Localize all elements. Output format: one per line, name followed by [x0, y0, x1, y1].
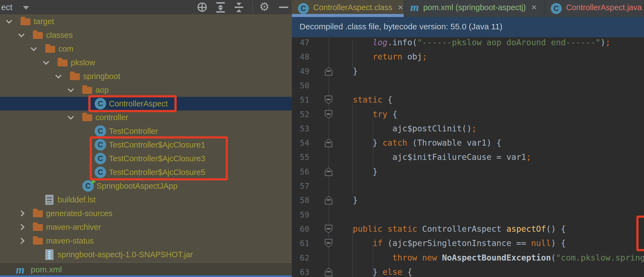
code-line-58[interactable]: }	[333, 193, 358, 207]
maven-icon: m	[410, 2, 419, 13]
tree-item-SpringbootAspectJApp[interactable]: CSpringbootAspectJApp	[0, 179, 292, 193]
close-icon[interactable]: ×	[398, 2, 403, 13]
tab-label: pom.xml (springboot-aspectj)	[423, 3, 526, 12]
code-line-47[interactable]: log.info("------pkslow aop doAround end-…	[333, 37, 610, 50]
folder-icon	[33, 210, 43, 217]
tree-item-maven-archiver[interactable]: maven-archiver	[0, 220, 292, 234]
fold-marker-icon[interactable]	[325, 110, 332, 119]
editor-tab-ControllerAspect-class[interactable]: CControllerAspect.class×	[292, 0, 404, 17]
code-line-61[interactable]: if (ajc$perSingletonInstance == null) {	[333, 236, 566, 250]
highlight-box-aspectof	[636, 216, 644, 251]
tab-label: ControllerAspect.class	[313, 3, 392, 12]
tree-item-maven-status[interactable]: maven-status	[0, 234, 292, 248]
tree-item-springboot-aspectj-1-0-SNAPSHOT-jar[interactable]: springboot-aspectj-1.0-SNAPSHOT.jar	[0, 248, 292, 261]
tree-item-controller[interactable]: controller	[0, 111, 292, 124]
line-number: 62	[292, 251, 309, 265]
hide-panel-icon[interactable]	[278, 2, 289, 13]
fold-marker-icon[interactable]	[325, 138, 332, 147]
code-line-53[interactable]: ajc$postClinit();	[333, 121, 477, 136]
tree-item-classes[interactable]: classes	[0, 28, 292, 42]
chevron-down-icon[interactable]	[6, 18, 12, 24]
chevron-right-icon[interactable]	[18, 238, 25, 244]
line-number: 55	[292, 150, 309, 164]
project-toolbar: ect ⚙	[0, 0, 292, 14]
folder-icon	[45, 46, 55, 53]
fold-marker-icon[interactable]	[325, 95, 332, 104]
fold-marker-icon[interactable]	[325, 239, 332, 248]
code-line-55[interactable]: ajc$initFailureCause = var1;	[333, 150, 531, 164]
folder-icon	[33, 32, 43, 39]
tree-item-label: target	[34, 15, 54, 28]
tree-item-pkslow[interactable]: pkslow	[0, 56, 292, 69]
chevron-down-icon[interactable]	[43, 59, 49, 65]
tree-item-com[interactable]: com	[0, 42, 292, 56]
tree-item-generated-sources[interactable]: generated-sources	[0, 207, 292, 220]
tree-item-label: aop	[95, 83, 109, 97]
chevron-right-icon[interactable]	[18, 210, 25, 217]
code-line-63[interactable]: } else {	[333, 265, 412, 277]
tree-item-label: com	[58, 42, 74, 56]
tree-item-label: springboot-aspectj-1.0-SNAPSHOT.jar	[58, 248, 193, 261]
bottom-file-label: pom.xml	[31, 265, 62, 274]
chevron-down-icon[interactable]	[23, 6, 29, 10]
code-line-51[interactable]: static {	[333, 93, 392, 107]
settings-icon[interactable]: ⚙	[259, 1, 270, 11]
code-line-62[interactable]: throw new NoAspectBoundException("com.pk…	[333, 251, 644, 265]
code-line-52[interactable]: try {	[333, 107, 397, 121]
chevron-down-icon[interactable]	[31, 45, 37, 51]
close-icon[interactable]: ×	[531, 2, 537, 13]
fold-marker-icon[interactable]	[325, 268, 332, 276]
line-number: 53	[292, 121, 309, 136]
code-line-49[interactable]: }	[333, 64, 358, 78]
code-line-60[interactable]: public static ControllerAspect aspectOf(…	[333, 222, 566, 236]
editor-tab-pom-xml-springboot-aspectj-[interactable]: mpom.xml (springboot-aspectj)×	[404, 0, 545, 17]
toolbar-separator	[252, 2, 253, 13]
line-number: 50	[292, 78, 309, 93]
code-editor[interactable]: 47 log.info("------pkslow aop doAround e…	[292, 37, 644, 277]
fold-marker-icon[interactable]	[325, 225, 332, 233]
tree-item-label: maven-archiver	[46, 220, 101, 234]
fold-marker-icon[interactable]	[325, 196, 332, 205]
tree-item-label: TestController	[109, 124, 158, 138]
tree-item-aop[interactable]: aop	[0, 83, 292, 97]
line-number: 54	[292, 136, 309, 150]
class-icon: C	[551, 3, 562, 14]
chevron-right-icon[interactable]	[18, 224, 25, 230]
tree-item-label: maven-status	[46, 234, 94, 248]
fold-marker-icon[interactable]	[325, 167, 332, 176]
code-line-54[interactable]: } catch (Throwable var1) {	[333, 136, 501, 150]
tree-item-TestController[interactable]: CTestController	[0, 124, 292, 138]
tree-item-builddef-lst[interactable]: builddef.lst	[0, 193, 292, 207]
chevron-down-icon[interactable]	[18, 31, 25, 38]
tree-item-target[interactable]: target	[0, 15, 292, 28]
bottom-file-bar[interactable]: m pom.xml	[0, 262, 292, 275]
editor-tab-ControllerAspect-java[interactable]: CControllerAspect.java×	[545, 0, 644, 17]
line-number: 47	[292, 37, 309, 50]
decompiler-notification-banner: Decompiled .class file, bytecode version…	[292, 17, 644, 37]
chevron-down-icon[interactable]	[55, 72, 62, 79]
collapse-all-icon[interactable]	[234, 2, 245, 13]
tree-item-label: pkslow	[71, 56, 95, 69]
line-number: 59	[292, 208, 309, 222]
chevron-down-icon[interactable]	[68, 86, 74, 92]
line-number: 56	[292, 165, 309, 179]
tree-item-label: generated-sources	[46, 207, 112, 220]
folder-icon	[82, 87, 92, 94]
tab-label: ControllerAspect.java	[566, 3, 642, 12]
chevron-down-icon[interactable]	[68, 114, 74, 120]
tree-item-springboot[interactable]: springboot	[0, 69, 292, 83]
folder-icon	[33, 238, 43, 245]
tree-item-label: classes	[46, 28, 73, 42]
code-line-56[interactable]: }	[333, 165, 378, 179]
expand-all-icon[interactable]	[215, 2, 226, 13]
tree-item-label: builddef.lst	[58, 193, 96, 207]
fold-marker-icon[interactable]	[325, 67, 332, 76]
runnable-class-icon: C	[82, 180, 94, 192]
line-number: 51	[292, 93, 309, 107]
line-number: 61	[292, 236, 309, 250]
locate-icon[interactable]	[197, 2, 208, 13]
folder-icon	[21, 18, 30, 25]
project-view-title[interactable]: ect	[1, 2, 12, 12]
code-line-48[interactable]: return obj;	[333, 50, 427, 64]
folder-icon	[33, 224, 43, 231]
